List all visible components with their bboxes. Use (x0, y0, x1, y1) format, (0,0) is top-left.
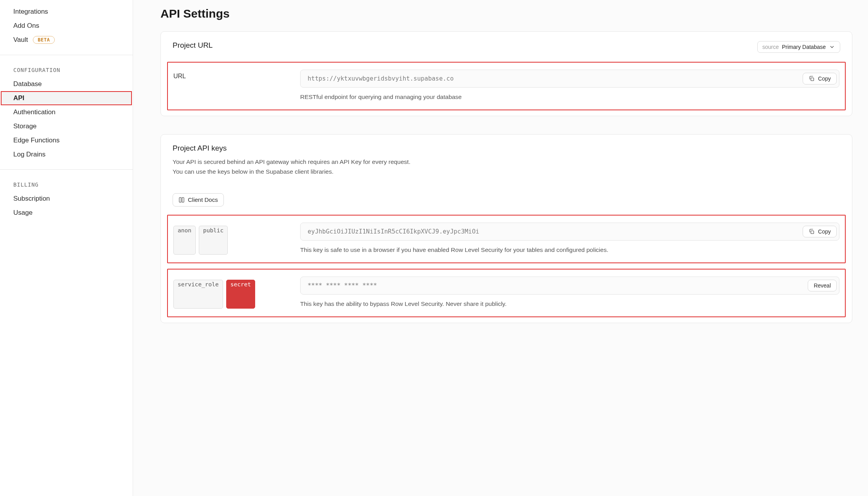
desc-line: Your API is secured behind an API gatewa… (173, 158, 411, 165)
copy-url-button[interactable]: Copy (803, 73, 837, 84)
panel-header: Project API keys Your API is secured beh… (161, 135, 852, 186)
client-docs-row: Client Docs (161, 186, 852, 215)
url-value: https://yktxuvwbgeridsbvyiht.supabase.co (308, 75, 803, 82)
sidebar-item-vault[interactable]: Vault BETA (0, 33, 133, 47)
sidebar-item-label: Log Drains (13, 151, 45, 158)
reveal-service-role-button[interactable]: Reveal (808, 280, 837, 291)
service-role-value: **** **** **** **** (308, 282, 808, 289)
beta-badge: BETA (33, 36, 55, 44)
service-role-hint: This key has the ability to bypass Row L… (300, 299, 839, 309)
row-label: URL (173, 70, 291, 102)
client-docs-label: Client Docs (188, 196, 218, 203)
url-value-box: https://yktxuvwbgeridsbvyiht.supabase.co… (300, 70, 839, 88)
copy-icon (809, 228, 815, 235)
sidebar-group-billing: BILLING Subscription Usage (0, 170, 133, 228)
sidebar-item-log-drains[interactable]: Log Drains (0, 147, 133, 162)
sidebar-item-usage[interactable]: Usage (0, 206, 133, 220)
row-label: service_role secret (173, 277, 291, 309)
sidebar-item-authentication[interactable]: Authentication (0, 105, 133, 119)
row-content: **** **** **** **** Reveal This key has … (300, 277, 839, 309)
row-label: anon public (173, 223, 291, 255)
copy-label: Copy (818, 228, 831, 235)
source-select[interactable]: source Primary Database (757, 41, 840, 53)
reveal-label: Reveal (814, 282, 831, 289)
sidebar-heading: BILLING (0, 174, 133, 192)
service-role-tag: service_role (173, 280, 223, 309)
sidebar: Integrations Add Ons Vault BETA CONFIGUR… (0, 0, 133, 496)
book-icon (178, 197, 185, 203)
sidebar-item-label: Subscription (13, 195, 50, 203)
sidebar-item-edge-functions[interactable]: Edge Functions (0, 133, 133, 147)
sidebar-group-configuration: CONFIGURATION Database API Authenticatio… (0, 55, 133, 170)
panel-title: Project URL (173, 41, 212, 50)
sidebar-item-add-ons[interactable]: Add Ons (0, 19, 133, 33)
sidebar-item-database[interactable]: Database (0, 77, 133, 91)
row-content: eyJhbGciOiJIUzI1NiIsInR5cCI6IkpXVCJ9.eyJ… (300, 223, 839, 255)
sidebar-item-label: Integrations (13, 8, 48, 16)
api-keys-panel: Project API keys Your API is secured beh… (160, 134, 852, 323)
anon-key-hint: This key is safe to use in a browser if … (300, 245, 839, 255)
desc-line: You can use the keys below in the Supaba… (173, 168, 333, 175)
anon-tag: anon (173, 226, 196, 255)
source-label: source (762, 44, 779, 50)
sidebar-item-label: Add Ons (13, 22, 39, 30)
sidebar-heading: CONFIGURATION (0, 60, 133, 77)
sidebar-item-storage[interactable]: Storage (0, 119, 133, 133)
anon-key-value-box: eyJhbGciOiJIUzI1NiIsInR5cCI6IkpXVCJ9.eyJ… (300, 223, 839, 241)
copy-icon (809, 75, 815, 82)
secret-tag: secret (226, 280, 255, 309)
panel-description: Your API is secured behind an API gatewa… (173, 157, 470, 177)
sidebar-item-label: Usage (13, 209, 32, 217)
sidebar-item-label: Storage (13, 122, 37, 130)
anon-key-value: eyJhbGciOiJIUzI1NiIsInR5cCI6IkpXVCJ9.eyJ… (308, 228, 803, 235)
public-tag: public (199, 226, 228, 255)
sidebar-item-label: Vault (13, 36, 28, 44)
page-title: API Settings (160, 7, 852, 20)
main-content: API Settings Project URL source Primary … (133, 0, 868, 496)
svg-rect-1 (811, 231, 814, 234)
sidebar-group-top: Integrations Add Ons Vault BETA (0, 0, 133, 55)
source-value: Primary Database (782, 44, 826, 50)
svg-rect-0 (811, 78, 814, 81)
sidebar-item-integrations[interactable]: Integrations (0, 5, 133, 19)
panel-header: Project URL source Primary Database (161, 32, 852, 62)
sidebar-item-label: Database (13, 80, 42, 88)
url-hint: RESTful endpoint for querying and managi… (300, 92, 839, 102)
service-role-key-row: service_role secret **** **** **** **** … (167, 269, 846, 317)
row-content: https://yktxuvwbgeridsbvyiht.supabase.co… (300, 70, 839, 102)
service-role-value-box: **** **** **** **** Reveal (300, 277, 839, 295)
client-docs-button[interactable]: Client Docs (173, 193, 224, 207)
sidebar-item-label: Edge Functions (13, 137, 59, 144)
project-url-row: URL https://yktxuvwbgeridsbvyiht.supabas… (167, 62, 846, 110)
copy-label: Copy (818, 75, 831, 82)
sidebar-item-label: API (13, 94, 24, 102)
sidebar-item-api[interactable]: API (1, 91, 132, 105)
chevron-down-icon (829, 44, 835, 50)
anon-key-row: anon public eyJhbGciOiJIUzI1NiIsInR5cCI6… (167, 215, 846, 263)
panel-title: Project API keys (173, 144, 840, 153)
copy-anon-key-button[interactable]: Copy (803, 226, 837, 237)
sidebar-item-label: Authentication (13, 108, 56, 116)
project-url-panel: Project URL source Primary Database URL … (160, 31, 852, 116)
sidebar-item-subscription[interactable]: Subscription (0, 192, 133, 206)
